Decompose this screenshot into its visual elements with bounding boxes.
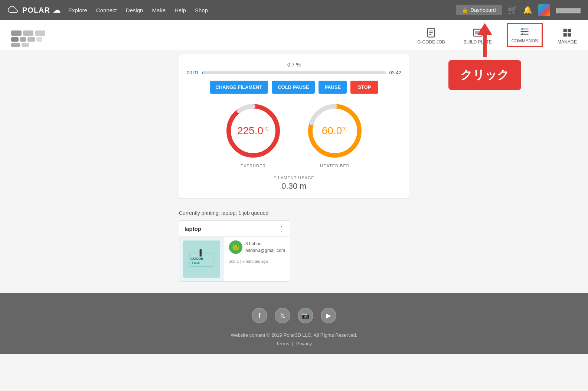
svg-text:GOODE: GOODE [190, 257, 203, 261]
heated-label: HEATED BED [320, 164, 349, 168]
toolbar-buildplate[interactable]: BUILD PLATE [460, 25, 496, 47]
svg-rect-14 [563, 33, 566, 36]
currently-label: Currently printing: laptop; 1 job queued [179, 210, 409, 216]
twitter-icon[interactable]: 𝕏 [275, 308, 290, 323]
svg-rect-13 [568, 29, 571, 32]
user-name: 3 baban [245, 240, 285, 247]
navbar: POLAR ☁ Explore Connect Design Make Help… [0, 0, 588, 20]
terms-link[interactable]: Terms [276, 341, 289, 346]
stop-button[interactable]: STOP [350, 81, 378, 94]
pause-button[interactable]: PAUSE [318, 81, 347, 94]
progress-fill [202, 71, 203, 74]
username: ▓▓▓▓▓▓▓ [556, 7, 581, 13]
progress-percent: 0.7 % [187, 62, 401, 68]
footer: f 𝕏 📷 ▶ Website content © 2019 Polar3D L… [0, 293, 588, 354]
thumb-3 [35, 30, 45, 36]
extruder-label: EXTRUDER [241, 164, 266, 168]
filament-section: FILAMENT USAGE 0.30 m [187, 175, 401, 191]
progress-section: 0.7 % 00:01 03:42 [187, 62, 401, 75]
toolbar-commands[interactable]: COMMANDS [507, 23, 543, 47]
job-thumbnail: GOODE FILE [179, 237, 224, 281]
lock-icon: 🔒 [462, 7, 468, 13]
svg-rect-12 [563, 29, 566, 32]
nav-connect[interactable]: Connect [96, 7, 117, 13]
svg-point-10 [522, 31, 523, 33]
job-user-row: 🐸 3 baban baban3@gmail.com [229, 240, 285, 254]
control-buttons: CHANGE FILAMENT COLD PAUSE PAUSE STOP [187, 81, 401, 94]
bell-icon[interactable]: 🔔 [523, 6, 532, 14]
heated-circle: 60.0℃ [305, 101, 365, 161]
facebook-icon[interactable]: f [252, 308, 267, 323]
extruder-gauge: 225.0℃ EXTRUDER [223, 101, 283, 168]
footer-social: f 𝕏 📷 ▶ [7, 308, 581, 323]
print-panel: 0.7 % 00:01 03:42 CHANGE FILAMENT COLD P… [179, 54, 409, 199]
job-details: 🐸 3 baban baban3@gmail.com Job 1 | 6 min… [224, 237, 290, 281]
time-end: 03:42 [389, 70, 401, 75]
currently-printing: Currently printing: laptop; 1 job queued… [179, 210, 409, 282]
svg-text:🐸: 🐸 [232, 243, 239, 251]
job-meta: Job 1 | 6 minutes ago [229, 259, 285, 264]
commands-label: COMMANDS [512, 38, 538, 43]
manage-label: MANAGE [558, 39, 577, 45]
svg-rect-15 [568, 33, 571, 36]
logo-text: POLAR [22, 6, 50, 14]
job-title: laptop [184, 226, 201, 232]
gauges-row: 225.0℃ EXTRUDER [187, 101, 401, 168]
navbar-right: 🔒 Dashboard 🛒 🔔 ▓▓▓▓▓▓▓ [456, 4, 581, 16]
navbar-links: Explore Connect Design Make Help Shop [68, 7, 448, 13]
job-card-body: GOODE FILE 🐸 [179, 237, 290, 281]
toolbar-manage[interactable]: MANAGE [554, 25, 581, 47]
heated-value: 60.0℃ [322, 125, 348, 137]
footer-copyright: Website content © 2019 Polar3D LLC. All … [7, 332, 581, 338]
thumb-4 [11, 37, 19, 42]
toolbar-gcode[interactable]: G-CODE JOB [414, 25, 449, 47]
footer-separator: | [292, 341, 293, 346]
buildplate-label: BUILD PLATE [464, 39, 492, 45]
instagram-icon[interactable]: 📷 [298, 308, 313, 323]
job-thumbnail-inner: GOODE FILE [183, 240, 220, 278]
svg-rect-5 [475, 31, 480, 34]
time-start: 00:01 [187, 70, 199, 75]
cold-pause-button[interactable]: COLD PAUSE [272, 81, 315, 94]
user-avatar[interactable] [538, 4, 550, 16]
nav-make[interactable]: Make [152, 7, 166, 13]
svg-text:FILE: FILE [192, 261, 200, 265]
extruder-circle: 225.0℃ [223, 101, 283, 161]
svg-point-11 [522, 33, 523, 35]
job-card-header: laptop ⋮ [179, 221, 290, 237]
thumb-1 [11, 30, 22, 36]
privacy-link[interactable]: Privacy [296, 341, 312, 346]
svg-point-9 [522, 28, 523, 30]
job-avatar: 🐸 [229, 240, 242, 254]
change-filament-button[interactable]: CHANGE FILAMENT [210, 81, 268, 94]
nav-design[interactable]: Design [126, 7, 143, 13]
user-email: baban3@gmail.com [245, 247, 285, 254]
youtube-icon[interactable]: ▶ [321, 308, 336, 323]
thumb-2 [23, 30, 33, 36]
job-card: laptop ⋮ GOODE FILE [179, 220, 290, 282]
job-menu-button[interactable]: ⋮ [278, 224, 285, 233]
filament-value: 0.30 m [187, 181, 401, 191]
toolbar: G-CODE JOB BUILD PLATE COMMANDS [0, 20, 588, 50]
gcode-label: G-CODE JOB [417, 39, 445, 45]
nav-explore[interactable]: Explore [68, 7, 87, 13]
progress-bar [202, 71, 386, 74]
thumb-6 [27, 37, 35, 42]
job-user-info: 3 baban baban3@gmail.com [245, 240, 285, 254]
thumb-7 [36, 37, 42, 42]
nav-shop[interactable]: Shop [195, 7, 208, 13]
main-content: 0.7 % 00:01 03:42 CHANGE FILAMENT COLD P… [0, 50, 588, 293]
svg-rect-25 [200, 249, 202, 256]
extruder-value: 225.0℃ [237, 125, 269, 137]
logo: POLAR ☁ [7, 6, 61, 14]
dashboard-button[interactable]: 🔒 Dashboard [456, 5, 502, 15]
dashboard-label: Dashboard [470, 7, 496, 13]
cart-icon[interactable]: 🛒 [508, 6, 517, 14]
thumb-8 [11, 43, 20, 47]
heated-gauge: 60.0℃ HEATED BED [305, 101, 365, 168]
footer-links: Terms | Privacy [7, 341, 581, 346]
nav-help[interactable]: Help [174, 7, 186, 13]
thumb-5 [20, 37, 26, 42]
filament-label: FILAMENT USAGE [187, 175, 401, 180]
thumb-9 [22, 43, 29, 47]
